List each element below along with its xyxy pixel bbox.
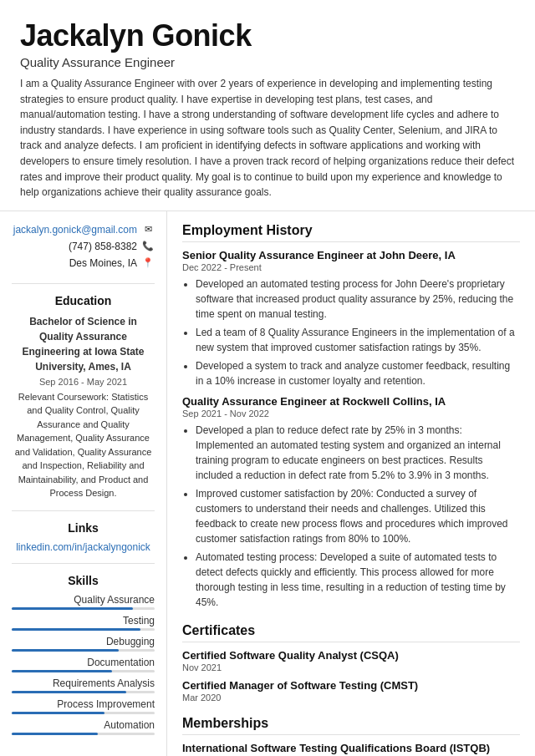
skill-item: Quality Assurance xyxy=(12,594,155,610)
employment-section: Employment History Senior Quality Assura… xyxy=(182,223,520,610)
location-text: Des Moines, IA xyxy=(69,257,137,269)
right-column: Employment History Senior Quality Assura… xyxy=(167,211,535,756)
job-entry: Senior Quality Assurance Engineer at Joh… xyxy=(182,249,520,388)
cert-date: Nov 2021 xyxy=(182,662,520,672)
email-icon: ✉ xyxy=(141,223,155,236)
job-title: Quality Assurance Engineer at Rockwell C… xyxy=(182,395,520,408)
education-heading: Education xyxy=(12,294,155,307)
candidate-name: Jackalyn Gonick xyxy=(20,18,515,53)
left-column: jackalyn.gonick@gmail.com ✉ (747) 858-83… xyxy=(0,211,167,756)
skill-item: Requirements Analysis xyxy=(12,677,155,693)
candidate-summary: I am a Quality Assurance Engineer with o… xyxy=(20,76,515,200)
skill-item: Process Improvement xyxy=(12,698,155,714)
memberships-section: Memberships International Software Testi… xyxy=(182,716,520,756)
phone-text: (747) 858-8382 xyxy=(69,241,137,252)
membership-name: International Software Testing Qualifica… xyxy=(182,742,520,754)
skill-name: Process Improvement xyxy=(12,698,155,710)
education-degree: Bachelor of Science in Quality Assurance… xyxy=(12,314,155,374)
job-bullet: Improved customer satisfaction by 20%: C… xyxy=(196,486,520,546)
skill-bar-bg xyxy=(12,649,155,652)
resume-header: Jackalyn Gonick Quality Assurance Engine… xyxy=(0,0,535,211)
job-bullet: Developed an automated testing process f… xyxy=(196,277,520,322)
memberships-heading: Memberships xyxy=(182,716,520,735)
skill-item: Debugging xyxy=(12,636,155,652)
phone-icon: 📞 xyxy=(141,240,155,253)
job-date: Dec 2022 - Present xyxy=(182,262,520,272)
email-link[interactable]: jackalyn.gonick@gmail.com xyxy=(13,224,137,236)
skill-bar-bg xyxy=(12,733,155,735)
skill-bar-fill xyxy=(12,691,126,693)
cert-name: Certified Software Quality Analyst (CSQA… xyxy=(182,649,520,662)
skill-bar-bg xyxy=(12,628,155,631)
job-bullet: Developed a plan to reduce defect rate b… xyxy=(196,423,520,483)
job-title: Senior Quality Assurance Engineer at Joh… xyxy=(182,249,520,261)
skill-item: Testing xyxy=(12,615,155,631)
skill-bar-bg xyxy=(12,670,155,672)
phone-item: (747) 858-8382 📞 xyxy=(12,240,155,253)
linkedin-link[interactable]: linkedin.com/in/jackalyngonick xyxy=(12,541,155,553)
location-icon: 📍 xyxy=(141,256,155,270)
skill-bar-bg xyxy=(12,712,155,714)
education-section: Education Bachelor of Science in Quality… xyxy=(12,294,155,511)
education-dates: Sep 2016 - May 2021 xyxy=(12,377,155,387)
cert-name: Certified Manager of Software Testing (C… xyxy=(182,679,520,692)
job-bullet: Automated testing process: Developed a s… xyxy=(196,550,520,610)
email-item: jackalyn.gonick@gmail.com ✉ xyxy=(12,223,155,236)
certificates-section: Certificates Certified Software Quality … xyxy=(182,623,520,703)
skill-bar-bg xyxy=(12,607,155,610)
education-coursework: Relevant Coursework: Statistics and Qual… xyxy=(12,390,155,500)
skill-bar-fill xyxy=(12,670,112,672)
skill-bar-fill xyxy=(12,649,119,652)
cert-entry: Certified Manager of Software Testing (C… xyxy=(182,679,520,703)
candidate-title: Quality Assurance Engineer xyxy=(20,55,515,69)
job-date: Sep 2021 - Nov 2022 xyxy=(182,408,520,419)
skill-bar-fill xyxy=(12,628,140,631)
links-heading: Links xyxy=(12,521,155,535)
jobs-list: Senior Quality Assurance Engineer at Joh… xyxy=(182,249,520,610)
skills-section: Skills Quality Assurance Testing Debuggi… xyxy=(12,574,155,750)
contact-section: jackalyn.gonick@gmail.com ✉ (747) 858-83… xyxy=(12,223,155,284)
location-item: Des Moines, IA 📍 xyxy=(12,256,155,270)
skill-name: Debugging xyxy=(12,636,155,647)
job-bullets: Developed an automated testing process f… xyxy=(182,277,520,388)
cert-entry: Certified Software Quality Analyst (CSQA… xyxy=(182,649,520,672)
skill-bar-bg xyxy=(12,691,155,693)
skill-bar-fill xyxy=(12,712,104,714)
job-bullet: Developed a system to track and analyze … xyxy=(196,358,520,388)
main-content: jackalyn.gonick@gmail.com ✉ (747) 858-83… xyxy=(0,211,535,756)
skill-name: Documentation xyxy=(12,657,155,668)
certs-list: Certified Software Quality Analyst (CSQA… xyxy=(182,649,520,703)
cert-date: Mar 2020 xyxy=(182,693,520,703)
skill-name: Testing xyxy=(12,615,155,627)
skill-item: Automation xyxy=(12,719,155,735)
links-section: Links linkedin.com/in/jackalyngonick xyxy=(12,521,155,564)
skill-bar-fill xyxy=(12,733,98,735)
employment-heading: Employment History xyxy=(182,223,520,242)
certificates-heading: Certificates xyxy=(182,623,520,642)
job-bullets: Developed a plan to reduce defect rate b… xyxy=(182,423,520,610)
skills-heading: Skills xyxy=(12,574,155,587)
skill-bar-fill xyxy=(12,607,133,610)
skill-name: Quality Assurance xyxy=(12,594,155,606)
skill-name: Requirements Analysis xyxy=(12,677,155,689)
skills-list: Quality Assurance Testing Debugging Docu… xyxy=(12,594,155,735)
skill-name: Automation xyxy=(12,719,155,731)
job-bullet: Led a team of 8 Quality Assurance Engine… xyxy=(196,325,520,355)
memberships-list: International Software Testing Qualifica… xyxy=(182,742,520,756)
job-entry: Quality Assurance Engineer at Rockwell C… xyxy=(182,395,520,610)
skill-item: Documentation xyxy=(12,657,155,672)
